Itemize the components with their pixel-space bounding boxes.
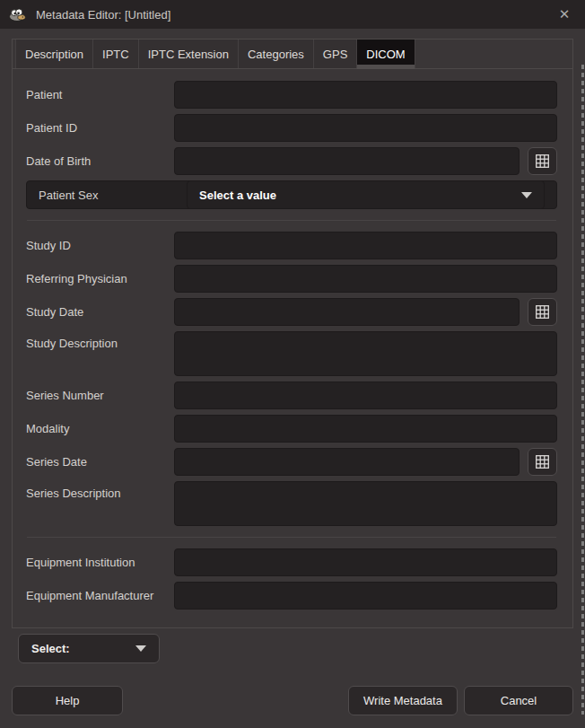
calendar-grid-icon [535, 454, 550, 469]
dialog-action-area: Help Write Metadata Cancel [12, 686, 573, 715]
tab-dicom[interactable]: DICOM [357, 39, 415, 68]
chevron-down-icon [135, 645, 146, 652]
equipment-institution-control [174, 548, 557, 576]
patient-sex-dropdown[interactable]: Select a value [187, 180, 545, 209]
study-id-input[interactable] [174, 232, 557, 259]
section-separator [27, 537, 556, 538]
patient-control [174, 81, 557, 109]
field-row-series-date: Series Date [26, 448, 557, 476]
patient-label: Patient [26, 88, 174, 101]
date-of-birth-input[interactable] [174, 147, 520, 175]
tab-categories[interactable]: Categories [239, 39, 314, 68]
series-date-input[interactable] [174, 448, 520, 476]
study-date-label: Study Date [26, 305, 174, 319]
close-icon[interactable]: ✕ [551, 0, 578, 29]
referring-physician-input[interactable] [174, 265, 557, 293]
modality-control [174, 415, 557, 443]
series-description-textarea[interactable] [174, 481, 557, 526]
notebook: DescriptionIPTCIPTC ExtensionCategoriesG… [12, 39, 573, 628]
metadata-editor-window: Metadata Editor: [Untitled] ✕ Descriptio… [0, 0, 585, 728]
gimp-wilber-icon [8, 7, 28, 22]
series-description-label: Series Description [26, 481, 174, 500]
date-of-birth-control [174, 147, 557, 175]
modality-input[interactable] [174, 415, 557, 443]
series-date-label: Series Date [26, 455, 174, 469]
tab-strip: DescriptionIPTCIPTC ExtensionCategoriesG… [13, 39, 572, 69]
patient-id-label: Patient ID [26, 121, 174, 135]
patient-sex-label: Patient Sex [39, 189, 187, 202]
study-id-label: Study ID [26, 239, 174, 252]
field-row-equipment-institution: Equipment Institution [26, 548, 557, 576]
field-row-patient-sex: Patient SexSelect a value [26, 180, 557, 209]
tab-gps[interactable]: GPS [314, 39, 357, 68]
referring-physician-control [174, 265, 557, 293]
tab-description[interactable]: Description [15, 39, 93, 68]
series-date-calendar-button[interactable] [528, 448, 557, 476]
section-separator [27, 220, 556, 221]
study-date-control [174, 298, 557, 326]
field-row-patient: Patient [26, 81, 557, 109]
study-description-textarea[interactable] [174, 331, 557, 376]
field-row-series-number: Series Number [26, 382, 557, 409]
patient-id-input[interactable] [174, 114, 557, 142]
referring-physician-label: Referring Physician [26, 272, 174, 285]
study-date-calendar-button[interactable] [528, 298, 557, 326]
equipment-manufacturer-input[interactable] [174, 582, 557, 610]
study-description-label: Study Description [26, 331, 174, 350]
study-description-control [174, 331, 557, 376]
field-row-equipment-manufacturer: Equipment Manufacturer [26, 582, 557, 610]
patient-input[interactable] [174, 81, 557, 109]
series-date-control [174, 448, 557, 476]
series-description-control [174, 481, 557, 526]
titlebar: Metadata Editor: [Untitled] ✕ [0, 0, 585, 29]
field-row-modality: Modality [26, 415, 557, 443]
dicom-form: PatientPatient IDDate of BirthPatient Se… [13, 69, 572, 610]
scrollbar-strip[interactable] [581, 65, 584, 715]
date-of-birth-label: Date of Birth [26, 154, 174, 168]
study-id-control [174, 232, 557, 259]
calendar-grid-icon [535, 304, 550, 320]
field-row-referring-physician: Referring Physician [26, 265, 557, 293]
patient-sex-selected-value: Select a value [199, 189, 521, 202]
field-row-series-description: Series Description [26, 481, 557, 526]
patient-id-control [174, 114, 557, 142]
equipment-manufacturer-control [174, 582, 557, 610]
study-date-input[interactable] [174, 298, 520, 326]
patient-sex-control: Select a value [187, 180, 545, 209]
cancel-button[interactable]: Cancel [464, 686, 573, 715]
equipment-institution-label: Equipment Institution [26, 556, 174, 569]
select-dropdown[interactable]: Select: [18, 634, 160, 663]
field-row-study-id: Study ID [26, 232, 557, 259]
write-metadata-button[interactable]: Write Metadata [348, 686, 458, 715]
equipment-institution-input[interactable] [174, 548, 557, 576]
field-row-date-of-birth: Date of Birth [26, 147, 557, 175]
tab-iptc-extension[interactable]: IPTC Extension [139, 39, 239, 68]
series-number-control [174, 382, 557, 409]
date-of-birth-calendar-button[interactable] [528, 147, 557, 175]
help-button[interactable]: Help [12, 686, 123, 715]
modality-label: Modality [26, 422, 174, 435]
series-number-input[interactable] [174, 382, 557, 409]
calendar-grid-icon [535, 153, 550, 169]
field-row-study-description: Study Description [26, 331, 557, 376]
equipment-manufacturer-label: Equipment Manufacturer [26, 589, 174, 602]
field-row-study-date: Study Date [26, 298, 557, 326]
window-title: Metadata Editor: [Untitled] [36, 8, 551, 22]
tab-iptc[interactable]: IPTC [93, 39, 139, 68]
field-row-patient-id: Patient ID [26, 114, 557, 142]
chevron-down-icon [521, 192, 532, 198]
select-dropdown-label: Select: [31, 642, 135, 655]
series-number-label: Series Number [26, 389, 174, 402]
